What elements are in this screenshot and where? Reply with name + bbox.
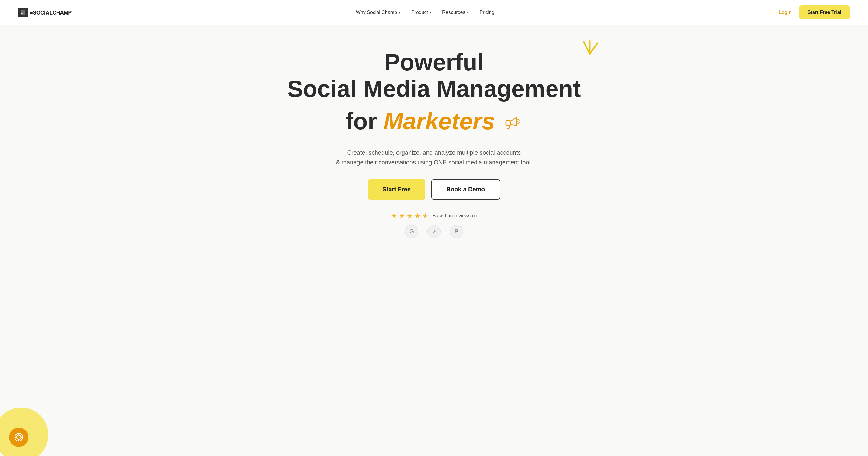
nav-actions: Login Start Free Trial [778,5,850,19]
chevron-down-icon: ▾ [467,10,469,15]
nav-link-product[interactable]: Product ▾ [411,10,431,15]
svg-line-2 [584,42,590,54]
navbar: G ■SOCIALCHAMP Why Social Champ ▾ Produc… [0,0,868,25]
svg-rect-8 [507,125,509,129]
login-link[interactable]: Login [778,10,792,15]
hero-subtitle-line1: Create, schedule, organize, and analyze … [347,149,521,156]
star-1: ★ [391,212,397,220]
nav-link-pricing[interactable]: Pricing [480,10,495,15]
nav-label-product: Product [411,10,428,15]
nav-item-pricing[interactable]: Pricing [480,10,495,15]
chevron-down-icon: ▾ [430,10,431,15]
logo-text: ■SOCIALCHAMP [30,9,72,16]
platform-arrow-icon: ↗ [427,225,441,238]
start-free-trial-button[interactable]: Start Free Trial [799,5,850,19]
star-4: ★ [414,212,421,220]
chevron-down-icon: ▾ [399,10,400,15]
star-2: ★ [399,212,405,220]
chat-support-button[interactable] [9,428,28,447]
hero-title-powerful: Powerful [384,49,484,76]
nav-item-resources[interactable]: Resources ▾ [442,10,468,15]
reviews-based-on: Based on reviews on [433,213,477,219]
platform-producthunt-icon: P [450,225,463,238]
logo[interactable]: G ■SOCIALCHAMP [18,7,72,17]
svg-rect-5 [506,120,510,125]
hero-title-line2: Social Media Management [287,76,581,103]
svg-text:G: G [21,11,24,15]
nav-link-resources[interactable]: Resources ▾ [442,10,468,15]
hero-title-for: for [345,108,383,135]
nav-label-resources: Resources [442,10,465,15]
hero-subtitle-line2: & manage their conversations using ONE s… [336,159,532,166]
hero-marketers-text: Marketers [383,108,495,135]
hero-section: Powerful Social Media Management for Mar… [0,25,868,256]
platform-icons: G ↗ P [405,225,463,238]
logo-icon: G [18,7,28,17]
star-rating: ★ ★ ★ ★ ★ ★ [391,212,429,220]
nav-label-pricing: Pricing [480,10,495,15]
book-demo-button[interactable]: Book a Demo [431,179,500,200]
hero-title-wrapper: Powerful Social Media Management for Mar… [287,49,581,137]
marketer-icon: % [504,110,523,137]
stars-row: ★ ★ ★ ★ ★ ★ Based on reviews on [391,212,477,220]
nav-label-why-social-champ: Why Social Champ [356,10,397,15]
star-3: ★ [406,212,413,220]
sparkle-icon [581,40,599,57]
reviews-section: ★ ★ ★ ★ ★ ★ Based on reviews on G ↗ P [391,212,477,238]
star-half: ★ ★ [422,212,429,220]
hero-title-line3: for Marketers % [287,108,581,137]
hero-buttons: Start Free Book a Demo [368,179,500,200]
nav-item-product[interactable]: Product ▾ [411,10,431,15]
nav-link-why-social-champ[interactable]: Why Social Champ ▾ [356,10,400,15]
start-free-button[interactable]: Start Free [368,179,425,200]
svg-text:%: % [518,120,520,123]
platform-google-icon: G [405,225,418,238]
hero-title: Powerful Social Media Management for Mar… [287,49,581,137]
svg-point-10 [17,435,21,439]
nav-item-why-social-champ[interactable]: Why Social Champ ▾ [356,10,400,15]
hero-subtitle: Create, schedule, organize, and analyze … [336,148,532,167]
hero-title-line1: Powerful [384,49,484,76]
nav-links: Why Social Champ ▾ Product ▾ Resources ▾… [356,10,495,15]
svg-line-3 [590,43,597,54]
